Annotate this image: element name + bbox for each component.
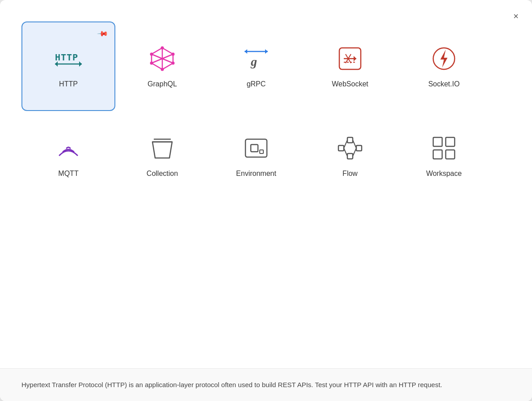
item-graphql[interactable]: GraphQL [115,21,209,111]
item-http[interactable]: 📌 HTTP HTTP [21,21,115,111]
item-http-label: HTTP [59,80,78,88]
item-workspace-label: Workspace [426,170,462,178]
item-flow-label: Flow [342,170,358,178]
svg-rect-40 [433,150,442,159]
close-button[interactable]: × [509,9,523,23]
workspace-icon [430,134,458,162]
grpc-icon: g [242,44,270,73]
svg-point-9 [172,53,175,56]
svg-line-34 [344,140,347,148]
item-flow[interactable]: Flow [303,111,397,200]
item-socketio-label: Socket.IO [428,80,460,88]
item-collection[interactable]: Collection [115,111,209,200]
svg-rect-29 [260,150,263,154]
item-grpc-label: gRPC [247,80,266,88]
items-row-2: MQTT Collection [21,111,511,200]
item-collection-label: Collection [147,170,178,178]
http-icon: HTTP [54,44,83,73]
svg-text:HTTP: HTTP [55,52,78,63]
svg-rect-32 [347,154,353,159]
mqtt-icon [54,134,83,162]
svg-rect-39 [446,137,455,146]
item-websocket[interactable]: WebSocket [303,21,397,111]
svg-marker-2 [79,61,82,67]
socketio-icon [430,44,458,73]
pin-icon: 📌 [97,28,109,40]
footer-description-area: Hypertext Transfer Protocol (HTTP) is an… [0,368,532,401]
flow-icon [336,134,364,162]
footer-description: Hypertext Transfer Protocol (HTTP) is an… [21,380,511,390]
svg-text:g: g [250,55,257,68]
svg-rect-30 [338,145,344,151]
item-environment-label: Environment [236,170,276,178]
svg-line-37 [353,148,356,156]
svg-marker-15 [265,49,268,54]
svg-line-36 [353,140,356,148]
close-icon: × [513,11,519,21]
item-websocket-label: WebSocket [332,80,368,88]
svg-point-12 [150,62,153,65]
svg-marker-20 [354,56,356,61]
svg-point-11 [161,68,164,71]
svg-point-13 [150,53,153,56]
svg-rect-27 [245,139,267,157]
svg-point-8 [161,47,164,50]
new-item-modal: × 📌 HTTP HTTP [0,0,532,401]
svg-point-10 [172,62,175,65]
svg-line-35 [344,148,347,156]
item-mqtt-label: MQTT [58,170,78,178]
items-grid: 📌 HTTP HTTP [0,0,532,368]
graphql-icon [148,44,177,73]
item-mqtt[interactable]: MQTT [21,111,115,200]
item-workspace[interactable]: Workspace [397,111,491,200]
svg-marker-16 [245,49,247,54]
svg-rect-31 [347,137,353,143]
svg-rect-33 [356,145,362,151]
item-socketio[interactable]: Socket.IO [397,21,491,111]
svg-rect-28 [251,145,258,152]
item-environment[interactable]: Environment [209,111,303,200]
environment-icon [242,134,270,162]
websocket-icon [336,44,364,73]
svg-rect-38 [433,137,442,146]
item-grpc[interactable]: g gRPC [209,21,303,111]
svg-rect-41 [446,150,455,159]
items-row-1: 📌 HTTP HTTP [21,21,511,111]
item-graphql-label: GraphQL [148,80,177,88]
collection-icon [148,134,177,162]
